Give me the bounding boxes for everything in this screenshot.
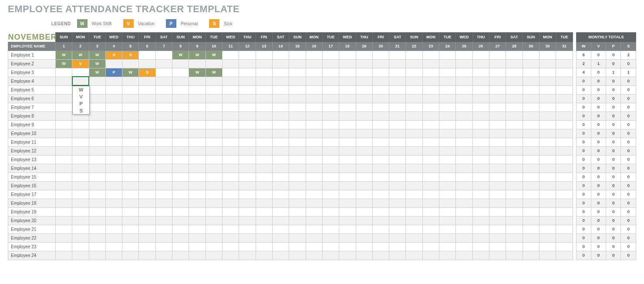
attendance-cell[interactable]: [105, 85, 122, 94]
attendance-cell[interactable]: [356, 181, 372, 190]
attendance-cell[interactable]: [422, 120, 439, 129]
attendance-cell[interactable]: [472, 85, 489, 94]
attendance-cell[interactable]: [256, 155, 272, 164]
attendance-cell[interactable]: [356, 199, 372, 207]
attendance-cell[interactable]: [306, 85, 322, 94]
attendance-cell[interactable]: [172, 155, 189, 164]
attendance-cell[interactable]: [105, 155, 122, 164]
attendance-cell[interactable]: [539, 190, 556, 199]
attendance-cell[interactable]: [422, 164, 439, 172]
attendance-cell[interactable]: [322, 207, 339, 216]
attendance-cell[interactable]: [256, 172, 272, 181]
attendance-cell[interactable]: [389, 112, 406, 120]
attendance-cell[interactable]: [289, 225, 306, 233]
attendance-cell[interactable]: [239, 164, 256, 172]
attendance-cell[interactable]: [139, 233, 155, 242]
attendance-cell[interactable]: [389, 146, 406, 155]
attendance-cell[interactable]: [523, 146, 539, 155]
attendance-cell[interactable]: [389, 68, 406, 77]
attendance-cell[interactable]: [139, 190, 155, 199]
attendance-cell[interactable]: [406, 103, 422, 112]
attendance-cell[interactable]: [55, 129, 72, 138]
attendance-cell[interactable]: [456, 51, 472, 59]
attendance-cell[interactable]: S: [105, 51, 122, 59]
attendance-cell[interactable]: [122, 242, 139, 251]
attendance-cell[interactable]: [223, 207, 239, 216]
attendance-cell[interactable]: [422, 51, 439, 59]
attendance-cell[interactable]: [122, 251, 139, 260]
attendance-cell[interactable]: [489, 77, 506, 85]
employee-name-cell[interactable]: Employee 11: [8, 138, 56, 146]
attendance-cell[interactable]: [155, 242, 172, 251]
attendance-cell[interactable]: [472, 59, 489, 68]
attendance-cell[interactable]: [489, 94, 506, 103]
attendance-cell[interactable]: [89, 120, 105, 129]
attendance-cell[interactable]: [489, 181, 506, 190]
attendance-cell[interactable]: [189, 155, 206, 164]
attendance-cell[interactable]: [489, 146, 506, 155]
attendance-cell[interactable]: [389, 207, 406, 216]
attendance-cell[interactable]: [506, 51, 523, 59]
attendance-cell[interactable]: [472, 233, 489, 242]
attendance-cell[interactable]: [556, 233, 573, 242]
attendance-cell[interactable]: [239, 207, 256, 216]
attendance-cell[interactable]: [372, 85, 389, 94]
attendance-cell[interactable]: [523, 199, 539, 207]
attendance-cell[interactable]: [272, 233, 289, 242]
attendance-cell[interactable]: [506, 112, 523, 120]
attendance-cell[interactable]: [406, 85, 422, 94]
attendance-cell[interactable]: [72, 146, 89, 155]
attendance-cell[interactable]: [472, 207, 489, 216]
attendance-cell[interactable]: [256, 120, 272, 129]
attendance-cell[interactable]: W: [89, 68, 105, 77]
attendance-cell[interactable]: [472, 129, 489, 138]
attendance-cell[interactable]: [239, 68, 256, 77]
attendance-cell[interactable]: [422, 199, 439, 207]
attendance-cell[interactable]: [139, 138, 155, 146]
attendance-cell[interactable]: [122, 129, 139, 138]
attendance-cell[interactable]: [172, 251, 189, 260]
attendance-cell[interactable]: S: [139, 68, 155, 77]
attendance-cell[interactable]: [356, 68, 372, 77]
attendance-cell[interactable]: [322, 251, 339, 260]
attendance-cell[interactable]: [122, 164, 139, 172]
attendance-cell[interactable]: [406, 138, 422, 146]
attendance-cell[interactable]: [422, 242, 439, 251]
attendance-cell[interactable]: [456, 242, 472, 251]
attendance-cell[interactable]: [256, 233, 272, 242]
attendance-cell[interactable]: [239, 242, 256, 251]
attendance-cell[interactable]: [456, 155, 472, 164]
employee-name-cell[interactable]: Employee 18: [8, 199, 56, 207]
attendance-cell[interactable]: [306, 112, 322, 120]
attendance-cell[interactable]: [339, 233, 356, 242]
attendance-cell[interactable]: [289, 59, 306, 68]
dropdown-menu[interactable]: WVPS: [72, 86, 90, 115]
attendance-cell[interactable]: [122, 190, 139, 199]
attendance-cell[interactable]: [55, 120, 72, 129]
attendance-cell[interactable]: [406, 190, 422, 199]
attendance-cell[interactable]: [372, 199, 389, 207]
attendance-cell[interactable]: [506, 233, 523, 242]
attendance-cell[interactable]: [389, 225, 406, 233]
attendance-cell[interactable]: [322, 120, 339, 129]
attendance-cell[interactable]: [139, 242, 155, 251]
attendance-cell[interactable]: [456, 129, 472, 138]
attendance-cell[interactable]: [523, 103, 539, 112]
attendance-cell[interactable]: [422, 77, 439, 85]
attendance-cell[interactable]: [322, 138, 339, 146]
attendance-cell[interactable]: W: [206, 68, 222, 77]
attendance-cell[interactable]: [472, 112, 489, 120]
attendance-cell[interactable]: [422, 181, 439, 190]
attendance-cell[interactable]: [422, 94, 439, 103]
attendance-cell[interactable]: [339, 251, 356, 260]
attendance-cell[interactable]: [506, 164, 523, 172]
attendance-cell[interactable]: [539, 129, 556, 138]
attendance-cell[interactable]: [539, 112, 556, 120]
attendance-cell[interactable]: [389, 59, 406, 68]
attendance-cell[interactable]: [523, 207, 539, 216]
attendance-cell[interactable]: [89, 129, 105, 138]
attendance-cell[interactable]: [223, 190, 239, 199]
attendance-cell[interactable]: [272, 120, 289, 129]
attendance-cell[interactable]: [406, 216, 422, 225]
attendance-cell[interactable]: [272, 103, 289, 112]
